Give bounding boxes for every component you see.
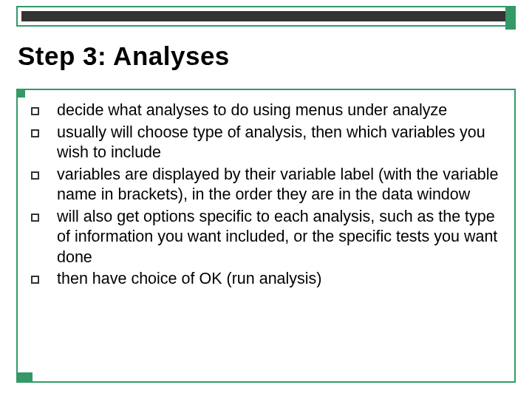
square-bullet-icon	[31, 276, 39, 284]
bullet-text: variables are displayed by their variabl…	[57, 165, 501, 205]
content-frame: decide what analyses to do using menus u…	[16, 89, 516, 383]
list-item: will also get options specific to each a…	[31, 207, 501, 268]
slide: Step 3: Analyses decide what analyses to…	[0, 0, 532, 399]
bullet-list: decide what analyses to do using menus u…	[31, 100, 501, 371]
list-item: usually will choose type of analysis, th…	[31, 123, 501, 163]
square-bullet-icon	[31, 214, 39, 222]
square-bullet-icon	[31, 129, 39, 137]
list-item: variables are displayed by their variabl…	[31, 165, 501, 205]
bullet-text: decide what analyses to do using menus u…	[57, 100, 501, 121]
bullet-text: usually will choose type of analysis, th…	[57, 123, 501, 163]
frame-accent-top-left	[16, 89, 25, 98]
bullet-text: will also get options specific to each a…	[57, 207, 501, 268]
top-bar-fill	[21, 11, 511, 21]
list-item: then have choice of OK (run analysis)	[31, 269, 501, 290]
frame-accent-bottom-left	[16, 372, 33, 383]
square-bullet-icon	[31, 171, 39, 180]
top-decorative-bar	[16, 6, 516, 27]
top-bar-accent	[505, 6, 516, 30]
list-item: decide what analyses to do using menus u…	[31, 100, 501, 121]
bullet-text: then have choice of OK (run analysis)	[57, 269, 501, 290]
square-bullet-icon	[31, 107, 39, 115]
slide-title: Step 3: Analyses	[18, 41, 230, 71]
